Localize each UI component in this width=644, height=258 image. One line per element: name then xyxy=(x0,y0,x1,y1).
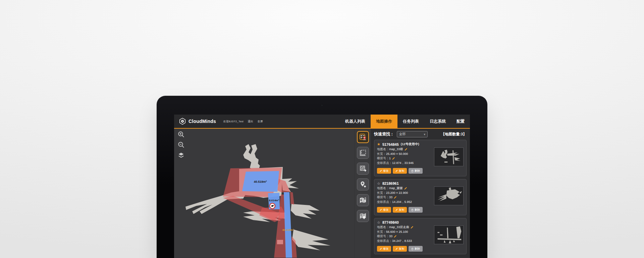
star-icon[interactable]: ★ xyxy=(377,142,380,146)
zoom-in-button[interactable] xyxy=(177,131,185,138)
map-in-use-tag: (12号使用中) xyxy=(401,142,419,146)
nav-map-operations[interactable]: 地图操作 xyxy=(371,115,397,128)
pencil-icon xyxy=(380,170,382,172)
origin-value: 14.204，5.952 xyxy=(392,200,412,205)
origin-value: 12.874，33.946 xyxy=(392,161,414,166)
measure-region-icon xyxy=(359,149,367,157)
filter-select[interactable]: 全部 ▾ xyxy=(397,131,428,137)
modify-button[interactable]: 修改 xyxy=(377,168,391,174)
modify-label: 修改 xyxy=(383,169,388,173)
laptop-frame: CloudMinds 欢迎BJDT2_Test 退出 全屏 机器人列表 地图操作… xyxy=(157,96,487,258)
size-label: 长宽： xyxy=(377,191,386,196)
map-id: 82186961 xyxy=(382,181,399,185)
floor-value: 33 xyxy=(389,234,392,239)
copy-button[interactable]: 复制 xyxy=(393,246,407,252)
map-upload-icon xyxy=(359,212,367,220)
map-zoom-controls xyxy=(177,131,185,159)
tool-measure-region[interactable] xyxy=(357,147,369,159)
delete-button[interactable]: 删除 xyxy=(409,168,423,174)
origin-label: 坐标原点： xyxy=(377,161,392,166)
delete-button[interactable]: 删除 xyxy=(409,207,423,213)
tool-poi-task-list[interactable] xyxy=(357,131,369,143)
lidar-map: 40.519m² 8.614m² 80.215m² xyxy=(174,129,355,258)
map-thumbnail-svg xyxy=(434,148,463,166)
map-name-label: 地图名： xyxy=(377,225,389,230)
card-fields: 地图名：map_33层走廊 长宽：56.600 × 25.100 楼层号：33 … xyxy=(377,225,432,243)
map-thumbnail[interactable] xyxy=(434,147,464,166)
tool-map-edit[interactable] xyxy=(357,194,369,206)
quick-find-label: 快速查找： xyxy=(374,131,394,137)
map-thumbnail[interactable] xyxy=(434,186,464,205)
copy-button[interactable]: 复制 xyxy=(393,207,407,213)
session-info: 欢迎BJDT2_Test 退出 全屏 xyxy=(223,115,263,128)
edit-pencil-icon[interactable] xyxy=(404,187,407,190)
tool-map-upload[interactable] xyxy=(357,210,369,222)
floor-label: 楼层号： xyxy=(377,234,389,239)
brand-name: CloudMinds xyxy=(189,119,216,124)
map-name-value: map_腿腿 xyxy=(389,186,403,191)
map-card: ☆ 87749840 地图名：map_33层走廊 长宽：56.600 × 25.… xyxy=(374,218,467,254)
map-thumbnail-svg xyxy=(434,187,463,205)
pencil-icon xyxy=(380,248,382,250)
card-fields: 地图名：map_33楼 长宽：25.400 × 50.000 楼层号：1 坐标原… xyxy=(377,147,432,165)
nav-config[interactable]: 配置 xyxy=(451,115,470,128)
map-card: ★ 51764845 (12号使用中) 地图名：map_33楼 长宽：25.40… xyxy=(374,140,467,176)
layers-button[interactable] xyxy=(177,152,185,159)
fullscreen-link[interactable]: 全屏 xyxy=(258,120,263,123)
map-canvas[interactable]: 40.519m² 8.614m² 80.215m² xyxy=(174,129,355,258)
pencil-icon xyxy=(380,209,382,211)
edit-pencil-icon[interactable] xyxy=(392,157,395,160)
map-card: ☆ 82186961 地图名：map_腿腿 长宽：23.200 × 22.900… xyxy=(374,179,467,215)
logout-link[interactable]: 退出 xyxy=(248,120,253,123)
card-fields: 地图名：map_腿腿 长宽：23.200 × 22.900 楼层号：33 坐标原… xyxy=(377,186,432,204)
map-name-value: map_33层走廊 xyxy=(389,225,409,230)
chevron-down-icon: ▾ xyxy=(424,133,425,136)
modify-button[interactable]: 修改 xyxy=(377,207,391,213)
brand: CloudMinds xyxy=(179,115,216,128)
card-title-row: ☆ 87749840 xyxy=(377,220,464,224)
edit-pencil-icon[interactable] xyxy=(394,235,397,238)
modify-label: 修改 xyxy=(383,208,388,212)
delete-button[interactable]: 删除 xyxy=(409,246,423,252)
floor-label: 楼层号： xyxy=(377,195,389,200)
modify-button[interactable]: 修改 xyxy=(377,246,391,252)
map-id: 87749840 xyxy=(382,220,399,224)
origin-label: 坐标原点： xyxy=(377,239,392,244)
map-thumbnail[interactable] xyxy=(434,225,464,244)
star-icon[interactable]: ☆ xyxy=(377,182,380,185)
zoom-out-button[interactable] xyxy=(177,141,185,148)
area-label-large: 40.519m² xyxy=(254,180,267,183)
origin-label: 坐标原点： xyxy=(377,200,392,205)
trash-icon xyxy=(411,209,414,211)
cloudminds-logo-icon xyxy=(179,118,186,125)
edit-pencil-icon[interactable] xyxy=(411,226,414,229)
card-title-row: ☆ 82186961 xyxy=(377,181,464,185)
delete-label: 删除 xyxy=(415,208,420,212)
nav-task-list[interactable]: 任务列表 xyxy=(397,115,424,128)
copy-button[interactable]: 复制 xyxy=(393,168,407,174)
size-label: 长宽： xyxy=(377,230,386,234)
nav-robot-list[interactable]: 机器人列表 xyxy=(340,115,371,128)
tool-add-poi[interactable] xyxy=(357,178,369,190)
poi-task-list-icon xyxy=(359,133,367,141)
origin-value: 34.247，8.533 xyxy=(392,239,412,244)
tool-add-forbidden-zone[interactable] xyxy=(357,163,369,175)
add-forbidden-zone-icon xyxy=(359,165,367,173)
card-actions: 修改 复制 删除 xyxy=(377,246,464,252)
trash-icon xyxy=(411,248,414,250)
map-count-badge: 【地图数量:3】 xyxy=(441,132,467,137)
main-nav: 机器人列表 地图操作 任务列表 日志系统 配置 xyxy=(340,115,470,128)
copy-label: 复制 xyxy=(399,208,404,212)
star-icon[interactable]: ☆ xyxy=(377,221,380,224)
floor-value: 33 xyxy=(389,195,392,200)
edit-pencil-icon[interactable] xyxy=(394,196,397,199)
app-screen: CloudMinds 欢迎BJDT2_Test 退出 全屏 机器人列表 地图操作… xyxy=(174,115,470,258)
pencil-icon xyxy=(395,170,398,172)
floor-value: 1 xyxy=(389,156,391,161)
robot-marker[interactable] xyxy=(270,203,275,209)
nav-log-system[interactable]: 日志系统 xyxy=(424,115,451,128)
card-actions: 修改 复制 删除 xyxy=(377,168,464,174)
trash-icon xyxy=(411,170,414,172)
pencil-icon xyxy=(395,248,398,250)
edit-pencil-icon[interactable] xyxy=(405,148,408,151)
